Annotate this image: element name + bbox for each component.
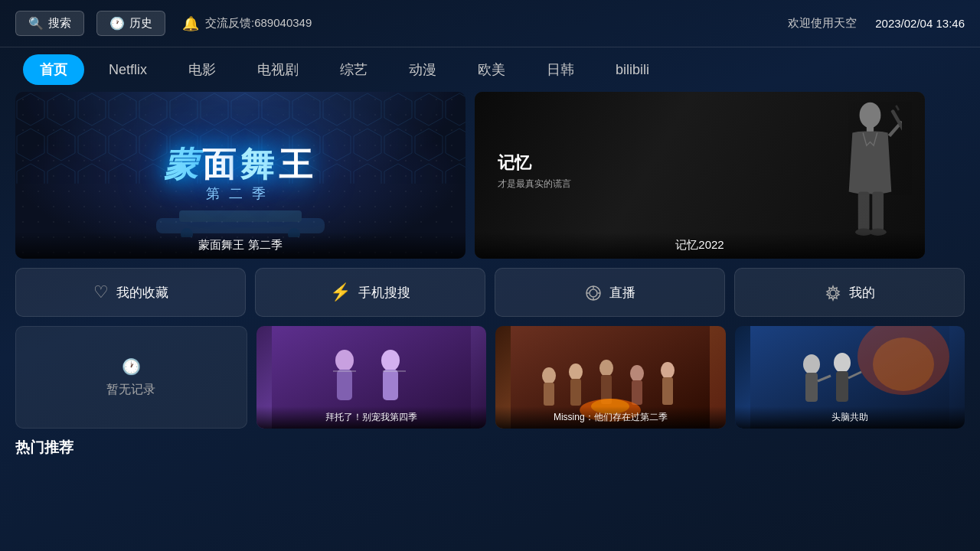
feedback-text: 交流反馈:689040349 xyxy=(205,16,312,31)
svg-rect-38 xyxy=(632,380,642,405)
heart-icon: ♡ xyxy=(93,282,109,302)
volume-icon: 🔔 xyxy=(182,15,199,32)
svg-rect-48 xyxy=(805,373,818,402)
hero-right-title: 记忆2022 xyxy=(675,238,724,251)
svg-point-6 xyxy=(859,103,880,128)
favorites-label: 我的收藏 xyxy=(116,284,168,302)
nav-item-movie[interactable]: 电影 xyxy=(172,54,233,85)
svg-point-37 xyxy=(630,365,644,382)
live-label: 直播 xyxy=(609,284,635,302)
card2-label: Missing：他们存在过第二季 xyxy=(495,406,726,429)
svg-rect-26 xyxy=(383,370,398,400)
svg-point-31 xyxy=(542,367,556,384)
clock-icon: 🕐 xyxy=(122,357,141,376)
nav-item-anime[interactable]: 动漫 xyxy=(392,54,453,85)
card1-title: 拜托了！别宠我第四季 xyxy=(325,412,417,422)
hot-recommend-title: 热门推荐 xyxy=(15,438,965,458)
svg-rect-27 xyxy=(333,370,356,372)
mobile-search-button[interactable]: ⚡ 手机搜搜 xyxy=(255,268,485,317)
svg-rect-28 xyxy=(383,370,406,372)
svg-rect-8 xyxy=(890,109,902,142)
hero-card-masked-singer[interactable]: 蒙面舞王 第二季 蒙面舞王 第二季 xyxy=(15,92,466,259)
nav-item-variety[interactable]: 综艺 xyxy=(323,54,384,85)
nav-item-netflix[interactable]: Netflix xyxy=(92,56,164,84)
person-silhouette xyxy=(817,99,902,241)
history-button[interactable]: 🕐 历史 xyxy=(96,11,165,36)
svg-point-49 xyxy=(834,353,851,373)
nav-item-jpkr[interactable]: 日韩 xyxy=(530,54,591,85)
hero-left-title: 蒙面舞王 第二季 xyxy=(198,238,282,251)
hero-row: 蒙面舞王 第二季 蒙面舞王 第二季 xyxy=(15,92,965,259)
top-bar: 🔍 搜索 🕐 历史 🔔 交流反馈:689040349 欢迎使用天空 2023/0… xyxy=(0,0,980,47)
svg-point-35 xyxy=(599,360,613,377)
svg-rect-10 xyxy=(858,191,870,230)
svg-point-23 xyxy=(335,350,354,371)
top-right: 欢迎使用天空 2023/02/04 13:46 xyxy=(788,16,965,31)
gear-icon xyxy=(825,282,841,302)
hero-card-memory[interactable]: 记忆 才是最真实的谎言 xyxy=(475,92,925,259)
memory-text: 记忆 才是最真实的谎言 xyxy=(498,152,571,191)
mobile-search-label: 手机搜搜 xyxy=(358,284,410,302)
recent-row: 🕐 暂无记录 xyxy=(15,326,965,429)
memory-cn-title: 记忆 xyxy=(498,152,571,174)
recent-card-2[interactable]: Missing：他们存在过第二季 xyxy=(495,326,726,429)
mine-button[interactable]: 我的 xyxy=(734,268,965,317)
card2-title: Missing：他们存在过第二季 xyxy=(554,412,668,422)
svg-rect-24 xyxy=(337,370,352,400)
feedback-section: 🔔 交流反馈:689040349 xyxy=(182,15,312,32)
live-icon xyxy=(585,282,602,302)
history-icon: 🕐 xyxy=(109,16,125,31)
svg-point-15 xyxy=(590,289,597,297)
svg-rect-40 xyxy=(662,377,673,405)
history-label: 历史 xyxy=(129,16,152,31)
svg-point-39 xyxy=(661,362,675,379)
svg-point-47 xyxy=(803,354,820,374)
recent-card-empty[interactable]: 🕐 暂无记录 xyxy=(15,326,247,429)
quick-access-row: ♡ 我的收藏 ⚡ 手机搜搜 直播 xyxy=(15,268,965,317)
nav-item-bilibili[interactable]: bilibili xyxy=(599,56,666,84)
datetime: 2023/02/04 13:46 xyxy=(875,17,965,30)
search-button[interactable]: 🔍 搜索 xyxy=(15,11,84,36)
live-button[interactable]: 直播 xyxy=(495,268,725,317)
card3-label: 头脑共助 xyxy=(735,406,965,429)
svg-point-20 xyxy=(830,290,836,296)
nav-item-home[interactable]: 首页 xyxy=(23,54,84,85)
svg-rect-50 xyxy=(836,371,848,402)
svg-point-25 xyxy=(381,350,400,371)
card3-title: 头脑共助 xyxy=(831,412,868,422)
svg-rect-34 xyxy=(570,379,581,406)
favorites-button[interactable]: ♡ 我的收藏 xyxy=(15,268,246,317)
welcome-text: 欢迎使用天空 xyxy=(788,16,857,31)
search-label: 搜索 xyxy=(48,16,71,31)
search-icon: 🔍 xyxy=(28,16,44,31)
empty-record-text: 暂无记录 xyxy=(106,382,155,398)
recent-card-3[interactable]: 头脑共助 xyxy=(735,326,965,429)
svg-rect-32 xyxy=(544,383,554,406)
card1-label: 拜托了！别宠我第四季 xyxy=(256,406,487,429)
svg-point-46 xyxy=(873,337,934,391)
nav-item-tv[interactable]: 电视剧 xyxy=(240,54,315,85)
mine-label: 我的 xyxy=(849,284,875,302)
nav-item-europe[interactable]: 欧美 xyxy=(461,54,522,85)
svg-point-33 xyxy=(569,364,583,380)
main-content: 蒙面舞王 第二季 蒙面舞王 第二季 xyxy=(0,92,980,458)
hero-left-label: 蒙面舞王 第二季 xyxy=(15,232,466,259)
svg-rect-9 xyxy=(895,105,900,111)
recent-card-1[interactable]: 拜托了！别宠我第四季 xyxy=(256,326,487,429)
svg-rect-3 xyxy=(179,210,302,222)
memory-subtitle: 才是最真实的谎言 xyxy=(498,178,571,191)
main-nav: 首页 Netflix 电影 电视剧 综艺 动漫 欧美 日韩 bilibili xyxy=(0,47,980,92)
hero-right-label: 记忆2022 xyxy=(475,232,925,259)
svg-rect-11 xyxy=(872,191,884,230)
lightning-icon: ⚡ xyxy=(330,282,351,302)
